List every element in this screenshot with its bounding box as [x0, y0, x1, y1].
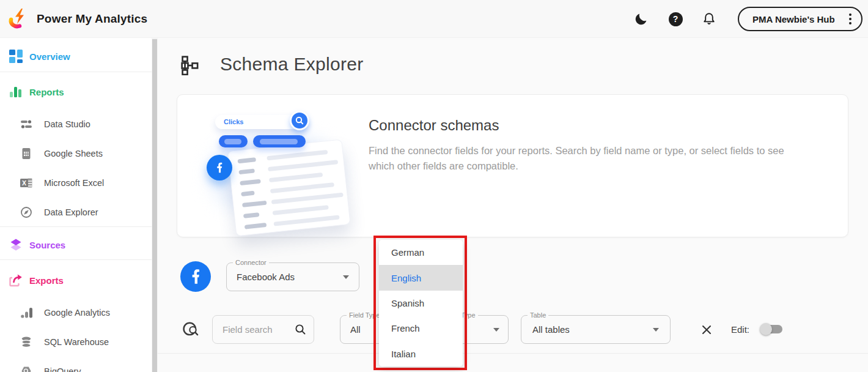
sidebar-label: Microsoft Excel [44, 178, 104, 188]
help-icon[interactable]: ? [668, 11, 683, 27]
sources-layers-icon [9, 237, 23, 252]
sidebar-divider [0, 72, 152, 72]
field-search [212, 315, 314, 344]
table-select[interactable]: Table All tables [521, 315, 671, 344]
scrollbar-thumb[interactable] [152, 39, 157, 372]
sidebar-item-overview[interactable]: Overview [0, 48, 152, 65]
language-dropdown-menu: German English Spanish French Italian [379, 240, 463, 366]
sidebar-item-google-sheets[interactable]: Google Sheets [0, 145, 152, 162]
sidebar-item-reports[interactable]: Reports [0, 83, 152, 100]
menu-item-spanish[interactable]: Spanish [379, 291, 463, 316]
account-name: PMA Newbie's Hub [752, 14, 835, 24]
chevron-down-icon [343, 275, 349, 279]
kebab-menu-icon [849, 13, 851, 24]
schema-explorer-icon [180, 56, 199, 78]
facebook-icon [207, 155, 232, 180]
notifications-bell-icon[interactable] [701, 11, 717, 27]
sidebar-item-exports[interactable]: Exports [0, 272, 152, 289]
illustration-pill [253, 135, 306, 147]
exports-share-icon [9, 273, 23, 288]
sidebar-label: Data Studio [44, 119, 90, 129]
bigquery-icon [20, 365, 33, 372]
sidebar-label: SQL Warehouse [44, 337, 109, 347]
sidebar-item-microsoft-excel[interactable]: X Microsoft Excel [0, 174, 152, 192]
sidebar-item-data-studio[interactable]: Data Studio [0, 116, 152, 133]
sidebar-divider [0, 259, 152, 260]
svg-text:X: X [22, 179, 26, 187]
card-title: Connector schemas [369, 117, 499, 134]
field-type-select-label: Field Type [347, 311, 383, 319]
facebook-icon [180, 261, 211, 292]
clear-filters-close-icon[interactable] [701, 324, 713, 338]
chevron-down-icon [653, 328, 659, 332]
menu-item-french[interactable]: French [379, 316, 463, 341]
pma-logo-icon [7, 7, 32, 34]
sidebar-label: Reports [29, 87, 64, 97]
reports-bar-chart-icon [9, 84, 23, 99]
edit-label: Edit: [731, 324, 749, 335]
sidebar-item-sql-warehouse[interactable]: SQL Warehouse [0, 333, 152, 351]
sidebar-label: Google Analytics [44, 308, 110, 318]
help-question-mark: ? [669, 12, 683, 26]
sidebar-label: Sources [29, 240, 65, 250]
sidebar-label: Google Sheets [44, 149, 103, 158]
section-divider [158, 353, 868, 354]
schema-illustration: Clicks [203, 106, 356, 228]
account-menu-button[interactable]: PMA Newbie's Hub [738, 7, 862, 31]
connector-select-value: Facebook Ads [237, 272, 295, 282]
edit-toggle-switch[interactable] [760, 323, 785, 335]
app-header: Power My Analytics ? PMA Newbie's Hub [0, 0, 868, 38]
toggle-thumb [760, 323, 772, 335]
sidebar-label: Data Explorer [44, 207, 98, 217]
illustration-search-icon [290, 111, 309, 130]
field-type-select-value: All [350, 324, 361, 335]
illustration-search-text: Clicks [224, 118, 243, 125]
sidebar-scrollbar[interactable] [152, 38, 158, 372]
connector-select-label: Connector [233, 259, 269, 266]
table-select-label: Table [528, 311, 548, 319]
data-explorer-compass-icon [20, 206, 33, 219]
sidebar-label: BigQuery [44, 366, 81, 372]
sidebar-item-bigquery[interactable]: BigQuery [0, 363, 152, 372]
sql-warehouse-database-icon [20, 335, 33, 349]
menu-item-english-selected[interactable]: English [379, 265, 463, 290]
connector-select[interactable]: Connector Facebook Ads [226, 262, 359, 291]
saved-search-icon[interactable] [182, 321, 199, 340]
sidebar-item-google-analytics[interactable]: Google Analytics [0, 304, 152, 321]
sidebar-nav: Overview Reports Data Studio [0, 38, 152, 372]
microsoft-excel-icon: X [20, 176, 33, 190]
menu-item-german[interactable]: German [379, 240, 463, 265]
sidebar-label: Exports [29, 275, 64, 286]
google-sheets-icon [20, 147, 33, 160]
illustration-list-panel [227, 139, 351, 236]
brand-name: Power My Analytics [37, 12, 147, 26]
page-title: Schema Explorer [220, 54, 364, 75]
chevron-down-icon [493, 328, 499, 332]
data-studio-icon [20, 117, 33, 131]
connector-schemas-card: Clicks Connector schemas Find the connec… [177, 94, 848, 237]
illustration-pill [219, 135, 248, 147]
sidebar-item-data-explorer[interactable]: Data Explorer [0, 204, 152, 221]
menu-item-italian[interactable]: Italian [379, 341, 463, 366]
google-analytics-icon [20, 306, 33, 319]
search-icon[interactable] [294, 323, 307, 338]
dark-mode-moon-icon[interactable] [633, 11, 649, 27]
sidebar-item-sources[interactable]: Sources [0, 236, 152, 253]
card-description: Find the connector fields for your repor… [369, 143, 796, 174]
table-select-value: All tables [532, 324, 570, 335]
sidebar-label: Overview [29, 51, 70, 62]
overview-dashboard-icon [9, 49, 23, 64]
sidebar-divider [0, 226, 152, 227]
